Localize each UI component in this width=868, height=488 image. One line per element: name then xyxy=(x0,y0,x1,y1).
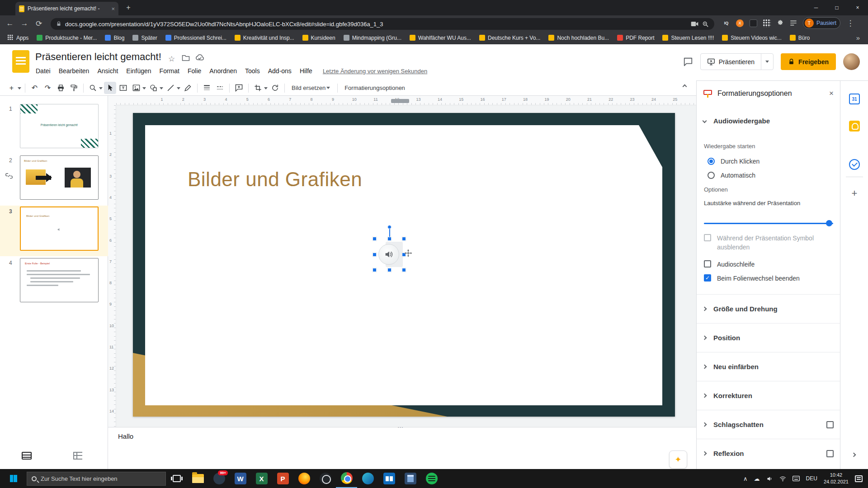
reading-list-icon[interactable] xyxy=(790,20,797,26)
action-center-icon[interactable] xyxy=(855,475,863,482)
paint-format-button[interactable] xyxy=(68,82,80,94)
notes-resize-handle[interactable]: ⋯ xyxy=(397,424,404,431)
section-adjustments[interactable]: Korrekturen xyxy=(697,381,840,410)
zoom-indicator-icon[interactable] xyxy=(702,21,709,28)
shadow-checkbox[interactable] xyxy=(826,421,834,428)
checkbox-hide-symbol[interactable]: Während der Präsentation Symbol ausblend… xyxy=(704,234,825,252)
bookmark-item[interactable]: Blog xyxy=(102,33,127,42)
slides-logo[interactable] xyxy=(12,50,29,73)
zoom-button[interactable] xyxy=(87,82,99,94)
bookmark-item[interactable]: Büro xyxy=(787,33,813,42)
comment-icon[interactable] xyxy=(683,57,693,67)
bookmark-item[interactable]: PDF Report xyxy=(614,33,657,42)
share-button[interactable]: Freigeben xyxy=(781,53,836,70)
resize-handle-w[interactable] xyxy=(373,253,377,257)
slide-canvas[interactable]: Bilder und Grafiken xyxy=(133,113,675,417)
audio-object-selected[interactable] xyxy=(375,239,404,270)
border-dash-button[interactable] xyxy=(214,82,226,94)
language-indicator[interactable]: DEU xyxy=(806,475,817,482)
url-bar[interactable]: docs.google.com/presentation/d/1yV372SO5… xyxy=(51,18,714,30)
browser-menu-icon[interactable]: ⋮ xyxy=(846,19,854,28)
menu-folie[interactable]: Folie xyxy=(184,66,205,76)
resize-handle-ne[interactable] xyxy=(402,237,406,241)
section-reflection[interactable]: Reflexion xyxy=(697,439,840,468)
slide-title-text[interactable]: Bilder und Grafiken xyxy=(188,168,362,191)
calculator-button[interactable] xyxy=(400,469,421,488)
volume-slider[interactable] xyxy=(704,220,833,226)
store-app-button[interactable] xyxy=(378,469,400,488)
menu-hilfe[interactable]: Hilfe xyxy=(296,66,316,76)
window-minimize-button[interactable]: ─ xyxy=(806,0,826,15)
slide-thumbnail-row-1[interactable]: 1 Präsentieren leicht gemacht! xyxy=(0,103,108,154)
zoom-dropdown-icon[interactable] xyxy=(99,87,103,91)
bookmark-item[interactable]: Deutsche Kurs + Vo... xyxy=(476,33,543,42)
powerpoint-button[interactable]: P xyxy=(272,469,293,488)
bookmark-item[interactable]: Produktsuche - Mer... xyxy=(33,33,100,42)
bookmark-item[interactable]: Steuern Videos wic... xyxy=(719,33,785,42)
onedrive-cloud-icon[interactable]: ☁ xyxy=(754,475,760,482)
section-drop-shadow[interactable]: Schlagschatten xyxy=(697,410,840,439)
undo-button[interactable]: ↶ xyxy=(28,82,41,94)
xing-extension-icon[interactable]: X xyxy=(736,19,744,27)
browser-tab[interactable]: Präsentieren leicht gemacht! - G × xyxy=(15,2,118,15)
hide-side-panel-icon[interactable] xyxy=(852,453,856,457)
volume-tray-icon[interactable] xyxy=(766,475,773,482)
speaker-notes-text[interactable]: Hallo xyxy=(118,432,133,440)
section-recolor[interactable]: Neu einfärben xyxy=(697,352,840,381)
slide-thumbnail-row-3-selected[interactable]: 3 Bilder und Grafiken xyxy=(0,206,108,256)
rotate-button[interactable] xyxy=(269,82,281,94)
shape-dropdown-icon[interactable] xyxy=(160,87,163,91)
forward-icon[interactable]: → xyxy=(17,19,32,28)
radio-unselected-icon[interactable] xyxy=(708,172,715,179)
menu-tools[interactable]: Tools xyxy=(241,66,264,76)
star-icon[interactable]: ☆ xyxy=(168,54,175,64)
tab-camera-icon[interactable] xyxy=(691,21,698,27)
add-comment-button[interactable] xyxy=(233,82,245,94)
redo-button[interactable]: ↷ xyxy=(42,82,54,94)
calendar-icon[interactable]: 31 xyxy=(849,94,860,104)
resize-handle-se[interactable] xyxy=(402,268,406,272)
new-slide-button[interactable]: + xyxy=(5,82,18,94)
slide-4-thumbnail[interactable]: Erste Folie - Beispiel xyxy=(20,258,99,302)
insert-image-button[interactable] xyxy=(130,82,142,94)
crop-button[interactable] xyxy=(252,82,264,94)
slide-2-thumbnail[interactable]: Bilder und Grafiken xyxy=(20,155,99,200)
network-icon[interactable] xyxy=(779,476,786,482)
present-dropdown[interactable] xyxy=(761,54,773,70)
resize-handle-nw[interactable] xyxy=(373,237,377,241)
image-dropdown-icon[interactable] xyxy=(142,87,146,91)
bookmark-item[interactable]: Kursideen xyxy=(299,33,339,42)
border-weight-button[interactable] xyxy=(201,82,213,94)
reflection-checkbox[interactable] xyxy=(826,450,834,457)
replace-image-button[interactable]: Bild ersetzen xyxy=(288,82,334,94)
section-audio-playback[interactable]: Audiowiedergabe xyxy=(697,112,840,130)
file-explorer-button[interactable] xyxy=(187,469,208,488)
checkbox-unchecked-icon[interactable] xyxy=(704,260,711,267)
panel-close-icon[interactable]: × xyxy=(829,89,834,98)
touch-keyboard-icon[interactable] xyxy=(793,476,800,481)
move-folder-icon[interactable] xyxy=(182,54,190,61)
section-size-rotation[interactable]: Größe und Drehung xyxy=(697,294,840,323)
radio-on-click[interactable]: Durch Klicken xyxy=(708,158,760,165)
resize-handle-sw[interactable] xyxy=(373,268,377,272)
word-button[interactable]: W xyxy=(230,469,251,488)
menu-anordnen[interactable]: Anordnen xyxy=(205,66,241,76)
menu-bearbeiten[interactable]: Bearbeiten xyxy=(55,66,94,76)
mail-app-button[interactable]: 99+ xyxy=(208,469,230,488)
mask-dropdown-icon[interactable] xyxy=(264,87,268,91)
toolbar-collapse-icon[interactable] xyxy=(683,84,687,89)
bookmarks-overflow-icon[interactable]: » xyxy=(853,34,863,42)
rotation-handle[interactable] xyxy=(387,225,392,229)
spotify-button[interactable] xyxy=(421,469,442,488)
resize-handle-n[interactable] xyxy=(387,237,392,241)
obs-button[interactable] xyxy=(315,469,336,488)
tasks-icon[interactable] xyxy=(849,159,860,170)
slide-thumbnail-row-4[interactable]: 4 Erste Folie - Beispiel xyxy=(0,257,108,308)
slider-track[interactable] xyxy=(704,223,833,224)
tray-expand-icon[interactable]: ∧ xyxy=(743,475,748,482)
dark-extension-icon[interactable] xyxy=(750,19,757,27)
last-edit-link[interactable]: Letzte Änderung vor wenigen Sekunden xyxy=(323,68,427,75)
checkbox-stop-on-slide-change[interactable]: ✓ Beim Folienwechsel beenden xyxy=(704,274,800,283)
resize-handle-s[interactable] xyxy=(387,268,392,272)
slide-3-thumbnail[interactable]: Bilder und Grafiken xyxy=(20,206,99,251)
